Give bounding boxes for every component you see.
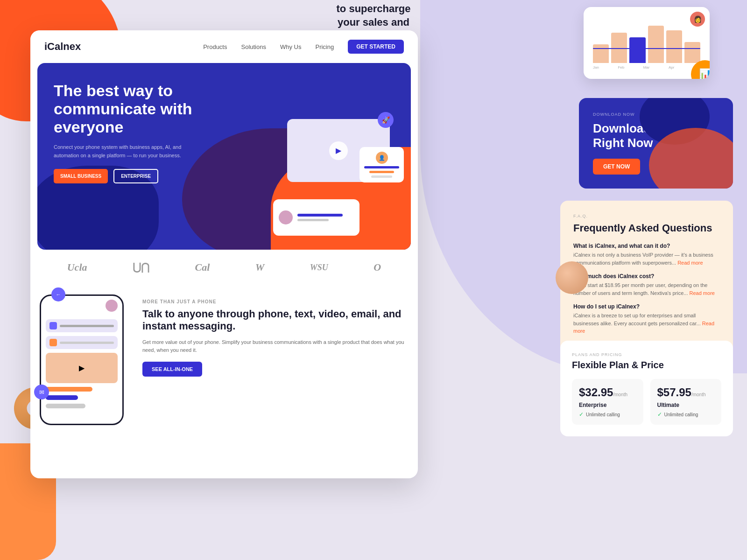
pricing-plans-container: $32.95/month Enterprise ✓ Unlimited call… [572,379,721,425]
small-business-button[interactable]: SMALL BUSINESS [54,169,108,183]
enterprise-button[interactable]: ENTERPRISE [113,169,158,183]
faq-question-1: What is iCalnex, and what can it do? [573,243,720,249]
logo-cal: Cal [195,261,210,273]
nav-solutions[interactable]: Solutions [241,43,266,50]
features-section-label: MORE THAN JUST A PHONE [142,299,409,304]
enterprise-month: /month [613,392,627,397]
faq-item-2: How much does iCalnex cost? Plans start … [573,273,720,297]
pricing-plan-enterprise: $32.95/month Enterprise ✓ Unlimited call… [572,379,643,425]
check-icon-enterprise: ✓ [579,411,584,418]
logos-section: Ucla ⋃⋂ Cal W WSU O [30,250,418,285]
ultimate-feature-1: ✓ Unlimited calling [657,411,715,418]
sphere-decoration [556,261,588,294]
nav-why-us[interactable]: Why Us [280,43,302,50]
see-all-button[interactable]: SEE ALL-IN-ONE [142,362,202,377]
navigation: iCalnex Products Solutions Why Us Pricin… [30,30,418,63]
hero-partial-text: to supercharge your sales and [337,2,411,29]
pricing-section-title: Flexible Plan & Price [572,360,721,371]
chart-bar-0 [593,44,609,63]
chart-baseline [593,48,700,49]
ultimate-name: Ultimate [657,402,715,408]
download-card: DOWNLOAD NOW Download Our App Right Now … [579,98,733,189]
chart-bar-2 [629,37,645,63]
faq-section-title: Frequently Asked Questions [573,222,720,234]
hero-subtitle: Connect your phone system with business … [54,143,203,160]
get-now-button[interactable]: GET NOW [593,159,640,175]
faq-question-3: How do I set up iCalnex? [573,303,720,310]
analytics-chart [593,16,700,63]
faq-answer-3: iCalnex is a breeze to set up for enterp… [573,312,720,335]
analytics-card: 👩 JanFebMarAprMay 📊 [584,7,710,79]
hero-buttons: SMALL BUSINESS ENTERPRISE [54,169,203,183]
ultimate-price: $57.95 [657,386,691,399]
ultimate-month: /month [691,392,706,397]
faq-item-1: What is iCalnex, and what can it do? iCa… [573,243,720,266]
chart-bar-3 [648,26,664,63]
faq-section-label: F.A.Q. [573,214,720,218]
features-description: Get more value out of your phone. Simpli… [142,338,409,355]
pricing-section-label: PLANS AND PRICING [572,352,721,357]
faq-answer-2: Plans start at $18.95 per month per user… [573,281,720,297]
features-title: Talk to anyone through phone, text, vide… [142,308,409,333]
logo-ucla: Ucla [67,261,87,273]
faq-question-2: How much does iCalnex cost? [573,273,720,280]
phone-frame: ▶ [40,294,124,425]
hero-content: The best way to communicate with everyon… [54,82,203,183]
enterprise-name: Enterprise [579,402,636,408]
hero-mockup: ▶ 🚀 👤 [254,110,404,250]
bar-chart [593,26,700,63]
logo-w: W [255,261,265,273]
pricing-card: PLANS AND PRICING Flexible Plan & Price … [560,341,733,436]
chart-bar-5 [684,42,700,63]
chart-labels: JanFebMarAprMay [593,65,700,70]
faq-item-3: How do I set up iCalnex? iCalnex is a br… [573,303,720,335]
phone-mockup: ▶ ✉ ← [40,294,133,425]
enterprise-price: $32.95 [579,386,613,399]
logo: iCalnex [44,41,81,53]
nav-get-started[interactable]: GET STARTED [348,40,404,54]
features-text-content: MORE THAN JUST A PHONE Talk to anyone th… [142,294,409,425]
logo-o: O [374,261,381,273]
faq-read-more-2[interactable]: Read more [690,290,715,296]
features-section: ▶ ✉ ← MORE THAN JUST A PHONE Talk to any… [30,285,418,434]
logo-uu: ⋃⋂ [133,261,149,273]
nav-pricing[interactable]: Pricing [315,43,334,50]
check-icon-ultimate: ✓ [657,411,662,418]
pricing-plan-ultimate: $57.95/month Ultimate ✓ Unlimited callin… [650,379,722,425]
nav-products[interactable]: Products [203,43,227,50]
browser-window: iCalnex Products Solutions Why Us Pricin… [30,30,418,478]
chart-bar-4 [666,30,682,63]
faq-answer-1: iCalnex is not only a business VoIP prov… [573,251,720,266]
faq-read-more-1[interactable]: Read more [677,260,703,266]
hero-section: The best way to communicate with everyon… [37,63,411,250]
enterprise-feature-1: ✓ Unlimited calling [579,411,636,418]
logo-wsu: WSU [310,263,328,273]
hero-title: The best way to communicate with everyon… [54,82,203,136]
